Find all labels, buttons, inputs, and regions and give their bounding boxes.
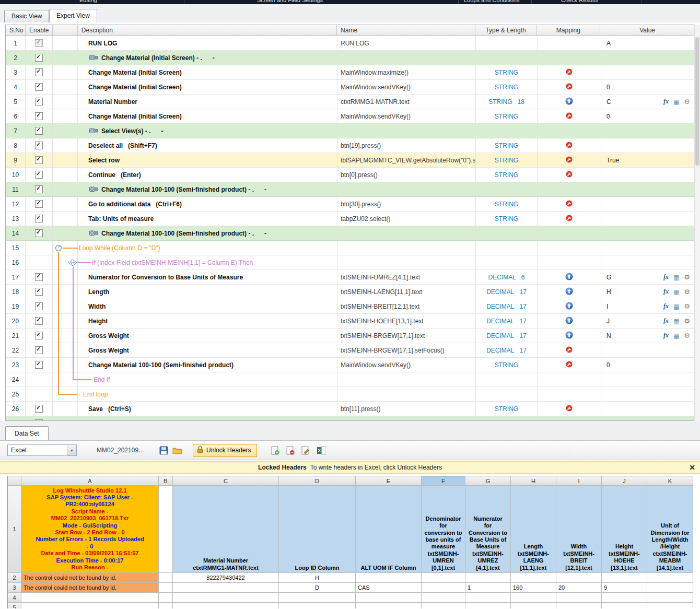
- script-row[interactable]: 17Numerator for Conversion to Base Units…: [6, 270, 694, 285]
- table-icon[interactable]: ▦: [673, 288, 679, 296]
- enable-checkbox[interactable]: [35, 346, 43, 354]
- cell-F4[interactable]: [422, 593, 465, 603]
- cell-B2[interactable]: [159, 573, 173, 583]
- cell-K4[interactable]: [647, 593, 693, 603]
- cell-G5[interactable]: [465, 603, 511, 608]
- col-header-name[interactable]: Name: [337, 25, 475, 36]
- script-row[interactable]: 18LengthtxtSMEINH-LAENG[11,1].textDECIMA…: [6, 285, 694, 299]
- table-icon[interactable]: ▦: [673, 274, 679, 281]
- script-row[interactable]: 6Change Material (Initial Screen)MainWin…: [6, 109, 694, 124]
- col-header-expand[interactable]: [53, 25, 78, 36]
- script-row[interactable]: 27: [6, 416, 694, 421]
- cell-B3[interactable]: [159, 583, 173, 593]
- enable-checkbox[interactable]: [35, 288, 43, 296]
- table-icon[interactable]: ▦: [673, 332, 679, 339]
- script-row[interactable]: 10Continue (Enter)btn[0].press()STRING: [6, 168, 694, 182]
- cell-I4[interactable]: [556, 593, 602, 603]
- cell-H5[interactable]: [511, 603, 556, 608]
- cell-A2[interactable]: The control could not be found by id.: [21, 573, 159, 583]
- cell-F2[interactable]: [422, 573, 465, 583]
- cell-I1-header[interactable]: Width txtSMEINH- BREIT [12,1].text: [556, 486, 602, 573]
- cell-K2[interactable]: [647, 573, 693, 583]
- col-header-value[interactable]: Value: [600, 25, 694, 36]
- cell-B5[interactable]: [159, 603, 173, 608]
- table-icon[interactable]: ▦: [673, 303, 679, 310]
- script-row[interactable]: 1RUN LOGRUN LOGA: [6, 36, 694, 51]
- cell-B1[interactable]: [159, 486, 173, 573]
- cell-D3[interactable]: D: [279, 583, 356, 593]
- cell-J2[interactable]: [602, 573, 647, 583]
- sheet-col-header-C[interactable]: C: [173, 476, 279, 486]
- cell-C1-header[interactable]: Material Number ctxtRMMG1-MATNR.text: [173, 486, 279, 573]
- enable-checkbox[interactable]: [35, 273, 43, 281]
- gear-icon[interactable]: ⚙: [684, 288, 690, 296]
- fixed-value-pin-icon[interactable]: [566, 346, 573, 355]
- enable-checkbox[interactable]: [35, 229, 43, 237]
- enable-checkbox[interactable]: [35, 361, 43, 369]
- sheet-col-header-J[interactable]: J: [602, 476, 647, 486]
- enable-checkbox[interactable]: [35, 200, 43, 208]
- enable-checkbox[interactable]: [35, 215, 43, 222]
- enable-checkbox[interactable]: [35, 142, 43, 149]
- formula-icon[interactable]: fx: [663, 302, 669, 310]
- script-row[interactable]: 23Change Material 100-100 (Semi-finished…: [6, 358, 694, 372]
- sheet-col-header-A[interactable]: A: [21, 476, 159, 486]
- fixed-value-pin-icon[interactable]: [566, 215, 573, 223]
- sheet-col-header-D[interactable]: D: [279, 476, 356, 486]
- gear-icon[interactable]: ⚙: [684, 98, 690, 106]
- cell-A4[interactable]: [21, 593, 159, 603]
- script-row[interactable]: 5Material NumberctxtRMMG1-MATNR.textSTRI…: [6, 95, 694, 109]
- cell-F5[interactable]: [422, 603, 465, 608]
- sheet-row-header-1[interactable]: 1: [8, 486, 21, 573]
- fixed-value-pin-icon[interactable]: [566, 83, 573, 91]
- excel-icon[interactable]: [317, 446, 326, 455]
- fixed-value-pin-icon[interactable]: [566, 171, 573, 179]
- enable-checkbox[interactable]: [35, 302, 43, 310]
- sheet-row-header-5[interactable]: 5: [8, 603, 21, 608]
- script-row[interactable]: 8Deselect all (Shift+F7)btn[19].press()S…: [6, 138, 694, 153]
- tab-expert-view[interactable]: Expert View: [49, 9, 97, 22]
- cell-B4[interactable]: [159, 593, 173, 603]
- cell-A5[interactable]: [21, 603, 159, 608]
- sheet-col-header-H[interactable]: H: [511, 476, 556, 486]
- cell-F1-header[interactable]: Denominator for conversion to base units…: [422, 486, 465, 573]
- col-header-description[interactable]: Description: [78, 25, 337, 36]
- close-icon[interactable]: ✕: [689, 463, 695, 472]
- sheet-col-header-F[interactable]: F: [422, 476, 465, 486]
- fixed-value-pin-icon[interactable]: [566, 405, 573, 413]
- cell-J5[interactable]: [602, 603, 647, 608]
- script-row[interactable]: 3Change Material (Initial Screen)MainWin…: [6, 65, 694, 80]
- table-icon[interactable]: ▦: [673, 98, 679, 106]
- enable-checkbox[interactable]: [35, 405, 43, 413]
- script-row[interactable]: 16If (Index Field ctxtSMEINH-MEINH[1,1] …: [6, 255, 694, 270]
- cell-E4[interactable]: [356, 593, 422, 603]
- cell-I2[interactable]: [556, 573, 602, 583]
- cell-E1-header[interactable]: ALT UOM IF Column: [356, 486, 422, 573]
- cell-I3[interactable]: 20: [556, 583, 602, 593]
- gear-icon[interactable]: ⚙: [684, 317, 690, 325]
- add-sheet-icon[interactable]: [271, 446, 279, 455]
- formula-icon[interactable]: fx: [663, 317, 669, 325]
- data-source-select[interactable]: Excel ▼: [7, 444, 77, 456]
- script-row[interactable]: 25End loop: [6, 387, 694, 402]
- mapped-upload-icon[interactable]: [565, 302, 573, 311]
- script-row[interactable]: 19WidthtxtSMEINH-BREIT[12,1].textDECIMAL…: [6, 299, 694, 314]
- cell-J1-header[interactable]: Height txtSMEINH- HOEHE [13,1].text: [602, 486, 647, 573]
- table-icon[interactable]: ▦: [673, 318, 679, 325]
- enable-checkbox[interactable]: [35, 98, 43, 106]
- tab-data-set[interactable]: Data Set: [5, 426, 49, 440]
- cell-H2[interactable]: [511, 573, 556, 583]
- mapped-upload-icon[interactable]: [565, 331, 573, 341]
- fixed-value-pin-icon[interactable]: [566, 200, 573, 208]
- cell-H1-header[interactable]: Length txtSMEINH- LAENG [11,1].text: [511, 486, 556, 573]
- cell-D5[interactable]: [279, 603, 356, 608]
- sheet-col-header-G[interactable]: G: [465, 476, 511, 486]
- fixed-value-pin-icon[interactable]: [566, 156, 573, 165]
- fixed-value-pin-icon[interactable]: [566, 142, 573, 150]
- enable-checkbox[interactable]: [35, 332, 43, 339]
- cell-D2[interactable]: H: [279, 573, 356, 583]
- edit-sheet-icon[interactable]: [301, 446, 310, 455]
- script-row[interactable]: 20HeighttxtSMEINH-HOEHE[13,1].textDECIMA…: [6, 314, 694, 329]
- enable-checkbox[interactable]: [35, 317, 43, 325]
- cell-K5[interactable]: [647, 603, 693, 608]
